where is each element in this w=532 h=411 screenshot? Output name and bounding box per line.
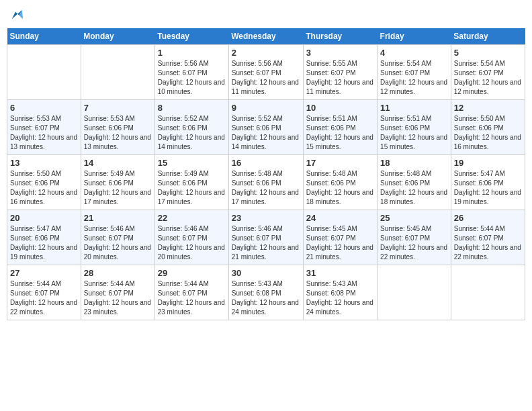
day-info: Sunrise: 5:49 AM Sunset: 6:06 PM Dayligh…	[158, 169, 226, 207]
day-info: Sunrise: 5:54 AM Sunset: 6:07 PM Dayligh…	[380, 59, 448, 97]
day-number: 14	[84, 158, 152, 168]
day-number: 9	[232, 103, 300, 113]
day-info: Sunrise: 5:53 AM Sunset: 6:07 PM Dayligh…	[10, 114, 78, 152]
day-number: 5	[454, 48, 522, 58]
calendar-cell: 19Sunrise: 5:47 AM Sunset: 6:06 PM Dayli…	[451, 154, 525, 210]
day-info: Sunrise: 5:46 AM Sunset: 6:07 PM Dayligh…	[232, 224, 300, 262]
page-header	[7, 7, 525, 23]
day-info: Sunrise: 5:54 AM Sunset: 6:07 PM Dayligh…	[454, 59, 522, 97]
day-info: Sunrise: 5:48 AM Sunset: 6:06 PM Dayligh…	[380, 169, 448, 207]
day-number: 21	[84, 213, 152, 223]
calendar-cell: 20Sunrise: 5:47 AM Sunset: 6:06 PM Dayli…	[7, 210, 81, 265]
weekday-header-saturday: Saturday	[451, 28, 525, 45]
day-info: Sunrise: 5:50 AM Sunset: 6:06 PM Dayligh…	[454, 114, 522, 152]
logo	[7, 7, 23, 23]
calendar-cell: 25Sunrise: 5:45 AM Sunset: 6:07 PM Dayli…	[378, 210, 451, 265]
calendar-cell: 2Sunrise: 5:56 AM Sunset: 6:07 PM Daylig…	[228, 44, 303, 99]
calendar-cell: 27Sunrise: 5:44 AM Sunset: 6:07 PM Dayli…	[7, 265, 81, 320]
calendar-cell: 8Sunrise: 5:52 AM Sunset: 6:06 PM Daylig…	[154, 99, 228, 154]
calendar-cell: 16Sunrise: 5:48 AM Sunset: 6:06 PM Dayli…	[228, 154, 303, 210]
day-number: 13	[10, 158, 78, 168]
weekday-header-thursday: Thursday	[303, 28, 377, 45]
calendar-cell: 12Sunrise: 5:50 AM Sunset: 6:06 PM Dayli…	[451, 99, 525, 154]
day-number: 15	[158, 158, 226, 168]
calendar-cell: 31Sunrise: 5:43 AM Sunset: 6:08 PM Dayli…	[303, 265, 377, 320]
calendar-table: SundayMondayTuesdayWednesdayThursdayFrid…	[7, 28, 525, 320]
day-number: 3	[306, 48, 374, 58]
day-info: Sunrise: 5:56 AM Sunset: 6:07 PM Dayligh…	[158, 59, 226, 97]
day-number: 23	[232, 213, 300, 223]
day-number: 20	[10, 213, 78, 223]
day-info: Sunrise: 5:51 AM Sunset: 6:06 PM Dayligh…	[306, 114, 374, 152]
day-info: Sunrise: 5:48 AM Sunset: 6:06 PM Dayligh…	[306, 169, 374, 207]
day-info: Sunrise: 5:44 AM Sunset: 6:07 PM Dayligh…	[84, 279, 152, 317]
day-info: Sunrise: 5:51 AM Sunset: 6:06 PM Dayligh…	[380, 114, 448, 152]
day-number: 7	[84, 103, 152, 113]
day-info: Sunrise: 5:45 AM Sunset: 6:07 PM Dayligh…	[380, 224, 448, 262]
day-info: Sunrise: 5:44 AM Sunset: 6:07 PM Dayligh…	[158, 279, 226, 317]
calendar-cell: 1Sunrise: 5:56 AM Sunset: 6:07 PM Daylig…	[154, 44, 228, 99]
calendar-cell: 15Sunrise: 5:49 AM Sunset: 6:06 PM Dayli…	[154, 154, 228, 210]
calendar-cell: 6Sunrise: 5:53 AM Sunset: 6:07 PM Daylig…	[7, 99, 81, 154]
calendar-cell: 7Sunrise: 5:53 AM Sunset: 6:06 PM Daylig…	[81, 99, 154, 154]
calendar-cell: 13Sunrise: 5:50 AM Sunset: 6:06 PM Dayli…	[7, 154, 81, 210]
day-info: Sunrise: 5:46 AM Sunset: 6:07 PM Dayligh…	[158, 224, 226, 262]
day-info: Sunrise: 5:56 AM Sunset: 6:07 PM Dayligh…	[232, 59, 300, 97]
day-number: 1	[158, 48, 226, 58]
day-number: 26	[454, 213, 522, 223]
day-number: 11	[380, 103, 448, 113]
day-info: Sunrise: 5:47 AM Sunset: 6:06 PM Dayligh…	[454, 169, 522, 207]
calendar-cell: 10Sunrise: 5:51 AM Sunset: 6:06 PM Dayli…	[303, 99, 377, 154]
calendar-cell: 26Sunrise: 5:44 AM Sunset: 6:07 PM Dayli…	[451, 210, 525, 265]
calendar-cell: 22Sunrise: 5:46 AM Sunset: 6:07 PM Dayli…	[154, 210, 228, 265]
calendar-cell: 23Sunrise: 5:46 AM Sunset: 6:07 PM Dayli…	[228, 210, 303, 265]
day-number: 6	[10, 103, 78, 113]
weekday-header-tuesday: Tuesday	[154, 28, 228, 45]
day-info: Sunrise: 5:52 AM Sunset: 6:06 PM Dayligh…	[158, 114, 226, 152]
week-row-2: 6Sunrise: 5:53 AM Sunset: 6:07 PM Daylig…	[7, 99, 525, 154]
day-info: Sunrise: 5:43 AM Sunset: 6:08 PM Dayligh…	[232, 279, 300, 317]
weekday-header-friday: Friday	[378, 28, 451, 45]
week-row-3: 13Sunrise: 5:50 AM Sunset: 6:06 PM Dayli…	[7, 154, 525, 210]
calendar-cell: 24Sunrise: 5:45 AM Sunset: 6:07 PM Dayli…	[303, 210, 377, 265]
day-number: 18	[380, 158, 448, 168]
calendar-cell: 30Sunrise: 5:43 AM Sunset: 6:08 PM Dayli…	[228, 265, 303, 320]
calendar-body: 1Sunrise: 5:56 AM Sunset: 6:07 PM Daylig…	[7, 44, 525, 320]
day-info: Sunrise: 5:44 AM Sunset: 6:07 PM Dayligh…	[10, 279, 78, 317]
day-number: 19	[454, 158, 522, 168]
day-number: 30	[232, 268, 300, 278]
calendar-cell: 21Sunrise: 5:46 AM Sunset: 6:07 PM Dayli…	[81, 210, 154, 265]
day-number: 31	[306, 268, 374, 278]
calendar-cell: 17Sunrise: 5:48 AM Sunset: 6:06 PM Dayli…	[303, 154, 377, 210]
day-info: Sunrise: 5:43 AM Sunset: 6:08 PM Dayligh…	[306, 279, 374, 317]
day-number: 12	[454, 103, 522, 113]
day-info: Sunrise: 5:48 AM Sunset: 6:06 PM Dayligh…	[232, 169, 300, 207]
day-number: 27	[10, 268, 78, 278]
day-number: 10	[306, 103, 374, 113]
calendar-cell: 9Sunrise: 5:52 AM Sunset: 6:06 PM Daylig…	[228, 99, 303, 154]
day-number: 2	[232, 48, 300, 58]
calendar-cell	[451, 265, 525, 320]
weekday-header-row: SundayMondayTuesdayWednesdayThursdayFrid…	[7, 28, 525, 45]
day-info: Sunrise: 5:45 AM Sunset: 6:07 PM Dayligh…	[306, 224, 374, 262]
calendar-cell	[378, 265, 451, 320]
weekday-header-monday: Monday	[81, 28, 154, 45]
day-number: 22	[158, 213, 226, 223]
day-number: 17	[306, 158, 374, 168]
calendar-cell: 4Sunrise: 5:54 AM Sunset: 6:07 PM Daylig…	[378, 44, 451, 99]
week-row-1: 1Sunrise: 5:56 AM Sunset: 6:07 PM Daylig…	[7, 44, 525, 99]
week-row-5: 27Sunrise: 5:44 AM Sunset: 6:07 PM Dayli…	[7, 265, 525, 320]
week-row-4: 20Sunrise: 5:47 AM Sunset: 6:06 PM Dayli…	[7, 210, 525, 265]
day-info: Sunrise: 5:50 AM Sunset: 6:06 PM Dayligh…	[10, 169, 78, 207]
day-number: 4	[380, 48, 448, 58]
logo-icon	[8, 8, 23, 23]
day-number: 29	[158, 268, 226, 278]
day-info: Sunrise: 5:47 AM Sunset: 6:06 PM Dayligh…	[10, 224, 78, 262]
day-info: Sunrise: 5:49 AM Sunset: 6:06 PM Dayligh…	[84, 169, 152, 207]
day-info: Sunrise: 5:46 AM Sunset: 6:07 PM Dayligh…	[84, 224, 152, 262]
calendar-cell: 14Sunrise: 5:49 AM Sunset: 6:06 PM Dayli…	[81, 154, 154, 210]
day-number: 16	[232, 158, 300, 168]
day-info: Sunrise: 5:52 AM Sunset: 6:06 PM Dayligh…	[232, 114, 300, 152]
weekday-header-wednesday: Wednesday	[228, 28, 303, 45]
calendar-cell	[81, 44, 154, 99]
